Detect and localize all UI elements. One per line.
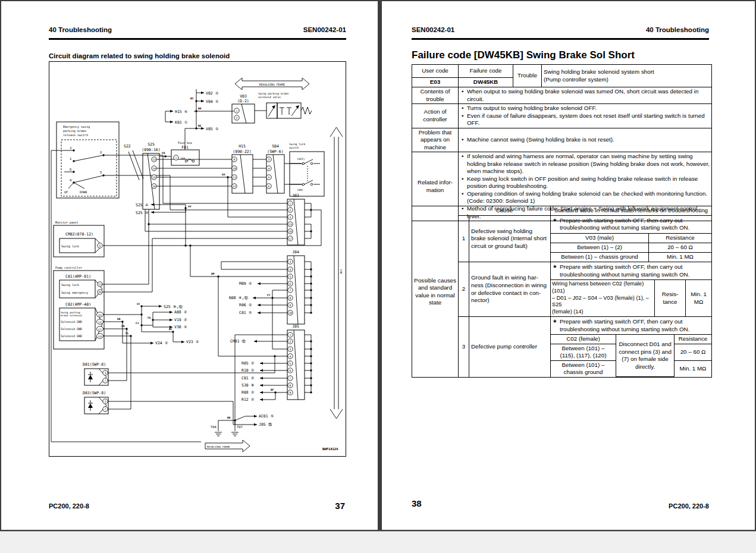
failure-code-header: Failure code bbox=[459, 65, 513, 78]
svg-text:Swing lock: Swing lock bbox=[61, 244, 79, 249]
svg-text:1: 1 bbox=[70, 157, 71, 161]
header-rule bbox=[49, 38, 346, 40]
svg-text:BF: BF bbox=[169, 328, 172, 331]
bullet-item: When output to swing holding brake solen… bbox=[460, 88, 710, 103]
sub-cell: Between (1) – chassis ground bbox=[551, 252, 649, 262]
prepare-note: Prepare with starting switch OFF, then c… bbox=[551, 216, 711, 233]
svg-text:9: 9 bbox=[290, 391, 291, 394]
svg-text:V05 ②: V05 ② bbox=[206, 127, 219, 131]
svg-text:FT: FT bbox=[267, 294, 271, 297]
svg-text:5: 5 bbox=[99, 244, 101, 247]
svg-text:brake solenoid: brake solenoid bbox=[61, 314, 82, 317]
svg-text:Solenoid GND: Solenoid GND bbox=[61, 320, 82, 323]
svg-text:6: 6 bbox=[268, 185, 270, 188]
svg-text:T04: T04 bbox=[211, 425, 217, 429]
svg-text:S25 ④: S25 ④ bbox=[136, 203, 149, 208]
header-rule bbox=[412, 38, 709, 40]
svg-text:Swing lock: Swing lock bbox=[61, 283, 79, 287]
svg-text:solenoid valve: solenoid valve bbox=[258, 96, 281, 99]
svg-text:release switch: release switch bbox=[63, 133, 88, 137]
svg-text:GS: GS bbox=[222, 173, 225, 176]
failure-code-value: DW45KB bbox=[459, 78, 513, 87]
page-header-doc-code: SEN00242-01 bbox=[49, 26, 346, 33]
svg-text:12: 12 bbox=[233, 185, 236, 188]
svg-text:BD: BD bbox=[198, 107, 202, 110]
bullet-item: Even if cause of failure disappears, sys… bbox=[460, 112, 710, 127]
svg-text:3: 3 bbox=[290, 348, 291, 351]
svg-text:7: 7 bbox=[105, 408, 106, 411]
component-boxes bbox=[54, 103, 324, 414]
bullet-item: If solenoid and wiring harness are norma… bbox=[460, 153, 710, 175]
svg-text:FH: FH bbox=[121, 325, 125, 328]
svg-text:1: 1 bbox=[175, 156, 177, 159]
svg-text:CM02(070-12): CM02(070-12) bbox=[65, 232, 93, 237]
svg-text:BF: BF bbox=[271, 388, 274, 391]
svg-text:3: 3 bbox=[105, 372, 106, 375]
standard-value-cell: Prepare with starting switch OFF, then c… bbox=[551, 262, 712, 317]
svg-text:FF: FF bbox=[137, 303, 140, 306]
sub-cell: Min. 1 MΩ bbox=[675, 360, 712, 377]
row-label-action: Action of controller bbox=[412, 104, 459, 128]
svg-text:9: 9 bbox=[290, 304, 291, 307]
svg-text:V19 ②: V19 ② bbox=[174, 318, 187, 322]
svg-text:BE: BE bbox=[198, 124, 202, 127]
svg-text:2: 2 bbox=[290, 209, 291, 212]
svg-text:10A: 10A bbox=[180, 157, 185, 160]
svg-text:M09 ②: M09 ② bbox=[239, 281, 252, 286]
harness-path: Wiring harness between C02 (female) (101… bbox=[551, 280, 655, 316]
svg-text:C01 ②: C01 ② bbox=[241, 376, 255, 381]
svg-text:(ON): (ON) bbox=[297, 188, 303, 191]
svg-text:2: 2 bbox=[290, 340, 291, 343]
standard-value-cell: Prepare with starting switch OFF, then c… bbox=[551, 316, 712, 377]
svg-text:R06 ②: R06 ② bbox=[239, 303, 252, 307]
swing-brake-circuit-diagram: 1213141516910111234561513351011151171203… bbox=[49, 61, 346, 457]
svg-text:D03(SWP-8): D03(SWP-8) bbox=[83, 391, 106, 395]
standard-header: Standard value in normal state/Remarks o… bbox=[551, 206, 712, 216]
sub-cell: 20 – 60 Ω bbox=[649, 243, 712, 252]
svg-text:J02: J02 bbox=[292, 193, 299, 198]
sub-cell: Min. 1 MΩ bbox=[686, 280, 712, 316]
svg-text:Fuse box: Fuse box bbox=[178, 141, 192, 144]
side-label: Possible causes and standard value in no… bbox=[412, 206, 459, 378]
svg-text:V30 ②: V30 ② bbox=[174, 325, 187, 329]
svg-text:8: 8 bbox=[290, 297, 291, 300]
svg-text:Solenoid GND: Solenoid GND bbox=[61, 327, 82, 331]
possible-causes-table: Possible causes and standard value in no… bbox=[412, 206, 712, 378]
svg-text:16: 16 bbox=[152, 185, 156, 188]
svg-text:4: 4 bbox=[290, 355, 291, 358]
svg-text:R05 ②: R05 ② bbox=[241, 361, 255, 366]
bullet-item: Machine cannot swing (Swing holding brak… bbox=[460, 136, 710, 144]
svg-text:115: 115 bbox=[98, 321, 102, 323]
user-code-header: User code bbox=[412, 65, 459, 78]
manual-page-37: 40 Troubleshooting SEN00242-01 Circuit d… bbox=[1, 1, 378, 530]
svg-text:R12 ②: R12 ② bbox=[241, 397, 255, 402]
prepare-note: Prepare with starting switch OFF, then c… bbox=[551, 317, 711, 334]
svg-text:3: 3 bbox=[105, 400, 106, 403]
sub-cell: Between (1) – (2) bbox=[551, 243, 649, 252]
page-header-section: 40 Troubleshooting bbox=[412, 26, 709, 33]
svg-text:35: 35 bbox=[98, 291, 102, 294]
svg-text:Swing lock: Swing lock bbox=[289, 143, 305, 146]
svg-text:AC01 ⑤: AC01 ⑤ bbox=[259, 414, 274, 419]
svg-text:Swing parking brake: Swing parking brake bbox=[258, 92, 289, 95]
svg-text:DOWN: DOWN bbox=[80, 190, 87, 194]
svg-text:(OFF): (OFF) bbox=[297, 158, 305, 161]
svg-text:FP: FP bbox=[188, 205, 192, 208]
svg-text:6: 6 bbox=[70, 168, 71, 171]
svg-text:parking brake: parking brake bbox=[63, 129, 86, 133]
svg-text:J04: J04 bbox=[292, 250, 299, 254]
svg-text:117: 117 bbox=[98, 328, 102, 331]
svg-text:F01: F01 bbox=[181, 145, 189, 150]
svg-text:BWP14126: BWP14126 bbox=[322, 447, 338, 451]
svg-text:D01(SWP-8): D01(SWP-8) bbox=[83, 362, 106, 367]
svg-text:4: 4 bbox=[70, 178, 72, 182]
svg-text:5: 5 bbox=[268, 176, 270, 179]
svg-text:5: 5 bbox=[100, 171, 102, 174]
svg-text:1: 1 bbox=[290, 202, 291, 205]
user-code-value: E03 bbox=[412, 78, 459, 87]
svg-text:CAB: CAB bbox=[340, 269, 343, 274]
swing-lock-switch-box bbox=[290, 152, 324, 196]
svg-text:3: 3 bbox=[290, 260, 291, 263]
svg-text:Monitor panel: Monitor panel bbox=[55, 221, 79, 225]
page-number: 37 bbox=[49, 501, 345, 511]
